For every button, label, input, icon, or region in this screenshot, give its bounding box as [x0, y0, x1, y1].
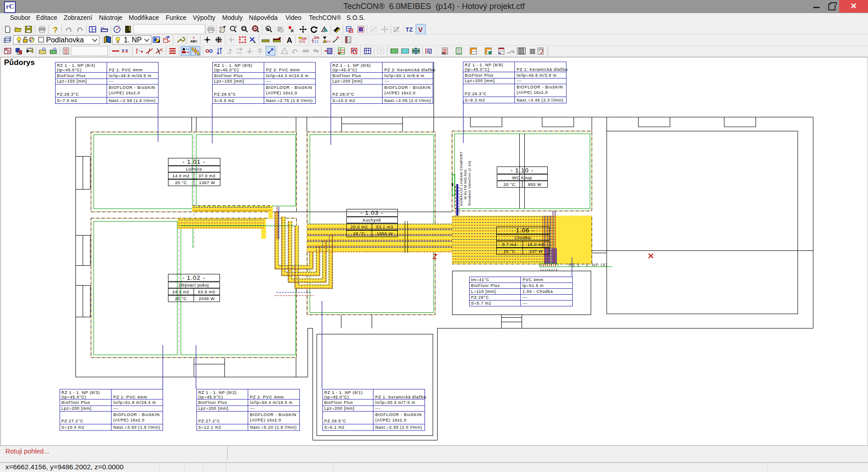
svg-text:- 1.01 -: - 1.01 -: [182, 158, 205, 165]
svg-text:---: ---: [517, 79, 522, 83]
svg-text:1956 W: 1956 W: [377, 231, 393, 236]
svg-text:Lpz=150 [mm]: Lpz=150 [mm]: [57, 79, 87, 83]
svg-text:RZ 1 - 1. NP (8): RZ 1 - 1. NP (8): [569, 262, 607, 267]
svg-text:L=110 [mm]: L=110 [mm]: [471, 289, 496, 294]
svg-text:20 °C: 20 °C: [175, 180, 187, 185]
svg-text:---: ---: [266, 79, 271, 83]
svg-text:(tp=45.0°C): (tp=45.0°C): [198, 395, 223, 399]
svg-text:WC Koup: WC Koup: [512, 175, 532, 180]
svg-text:(Al/PE) 16x2,0: (Al/PE) 16x2,0: [109, 91, 140, 95]
svg-text:PZ 2: PVC 4mm: PZ 2: PVC 4mm: [266, 68, 300, 72]
svg-text:- 1.06 -: - 1.06 -: [511, 227, 534, 234]
svg-text:---: ---: [113, 406, 118, 411]
svg-text:(Al/PE) 16x2,0: (Al/PE) 16x2,0: [375, 418, 406, 422]
svg-text:(tp=45.0°C): (tp=45.0°C): [214, 68, 239, 72]
svg-text:S=9.3 m2: S=9.3 m2: [465, 98, 485, 102]
svg-text:S=12.1 m2: S=12.1 m2: [198, 425, 221, 430]
svg-text:14.0 m2: 14.0 m2: [173, 173, 190, 178]
svg-text:lo/lp=50.1 m/9.9 m: lo/lp=50.1 m/9.9 m: [384, 74, 425, 78]
svg-text:PZ:28.3°C: PZ:28.3°C: [57, 92, 79, 97]
svg-text:PZ 1: PVC 4mm: PZ 1: PVC 4mm: [113, 395, 147, 399]
svg-text:RZ 1 - 1. NP (8/3): RZ 1 - 1. NP (8/3): [61, 390, 100, 395]
svg-text:2048 W: 2048 W: [199, 296, 215, 301]
svg-text:PZ:28.0°C: PZ:28.0°C: [332, 92, 355, 97]
svg-text:PVC 4mm: PVC 4mm: [523, 278, 544, 282]
svg-text:lo/lp=60.4 m/18.5 m: lo/lp=60.4 m/18.5 m: [250, 400, 293, 405]
svg-text:Lpz=200 [mm]: Lpz=200 [mm]: [465, 79, 495, 83]
svg-text:24.1 m2: 24.1 m2: [173, 289, 190, 294]
svg-text:Kuchyně: Kuchyně: [363, 217, 381, 222]
svg-text:(Al/PE) 16x2,0: (Al/PE) 16x2,0: [113, 418, 145, 422]
svg-text:S=10.0 m2: S=10.0 m2: [332, 98, 355, 103]
svg-text:---: ---: [375, 406, 380, 411]
svg-text:20 °C: 20 °C: [504, 249, 515, 254]
svg-text:BIOFLOOR - BioSKIN: BIOFLOOR - BioSKIN: [250, 412, 297, 417]
svg-text:RZ 1 - 1. NP (8/8): RZ 1 - 1. NP (8/8): [465, 63, 503, 67]
svg-text:---: ---: [250, 406, 255, 411]
svg-text:(tp=45.0°C): (tp=45.0°C): [324, 395, 349, 399]
svg-text:(Al/PE) 16x2,0: (Al/PE) 16x2,0: [517, 90, 548, 95]
svg-text:PZ:28.5°C: PZ:28.5°C: [324, 419, 346, 423]
svg-text:(Al/PE) 16x2,0: (Al/PE) 16x2,0: [266, 91, 297, 95]
svg-text:- 1.02 -: - 1.02 -: [182, 274, 205, 281]
svg-text:BioFloor Plus: BioFloor Plus: [332, 74, 361, 78]
svg-text:Nast.=2.75 (1.8 l/min): Nast.=2.75 (1.8 l/min): [266, 98, 313, 103]
svg-text:lp=51.5 m: lp=51.5 m: [523, 283, 544, 288]
svg-text:---: ---: [523, 295, 527, 300]
svg-text:RZ 1 - 1. NP (8/2): RZ 1 - 1. NP (8/2): [198, 390, 237, 395]
svg-text:20.0 m2: 20.0 m2: [350, 224, 368, 229]
svg-text:955 W: 955 W: [528, 182, 541, 187]
svg-text:S=10.4 m2: S=10.4 m2: [61, 425, 84, 430]
svg-text:1 2 3 4 5 6 7 8: 1 2 3 4 5 6 7 8: [540, 268, 558, 271]
svg-text:S=7.0 m2: S=7.0 m2: [57, 98, 77, 103]
svg-text:BIOFLOOR - BioSKIN: BIOFLOOR - BioSKIN: [375, 412, 422, 417]
svg-text:lo/lp=30.3 m/7.0 m: lo/lp=30.3 m/7.0 m: [375, 400, 415, 405]
svg-text:BioFloor Plus: BioFloor Plus: [324, 400, 353, 405]
svg-text:Nast.=2.55 (2.0 l/min): Nast.=2.55 (2.0 l/min): [375, 425, 422, 430]
svg-text:RZ 1 - 1. NP (8/1): RZ 1 - 1. NP (8/1): [324, 390, 363, 395]
svg-text:Lpz=200 [mm]: Lpz=200 [mm]: [61, 406, 92, 411]
svg-text:PZ:27.2°C: PZ:27.2°C: [61, 419, 84, 423]
svg-text:PZ:28.6°C: PZ:28.6°C: [214, 92, 236, 97]
svg-text:BIOFLOOR - BioSKIN: BIOFLOOR - BioSKIN: [517, 85, 563, 89]
svg-text:63.9 m3: 63.9 m3: [198, 289, 215, 294]
svg-text:Lpz=150 [mm]: Lpz=150 [mm]: [214, 79, 244, 83]
svg-text:---: ---: [384, 79, 389, 83]
svg-text:KORALUX LINEAR COMFORT: KORALUX LINEAR COMFORT: [459, 151, 463, 206]
svg-text:S=6.1 m2: S=6.1 m2: [324, 425, 345, 430]
svg-text:BioFloor Plus: BioFloor Plus: [61, 400, 90, 405]
svg-text:---: ---: [109, 79, 114, 83]
svg-text:BioFloor Plus: BioFloor Plus: [471, 283, 500, 288]
svg-text:BioFloor Plus: BioFloor Plus: [198, 400, 227, 405]
svg-text:53.1 m3: 53.1 m3: [376, 224, 393, 229]
svg-text:Nast.=2.58 (1.6 l/min): Nast.=2.58 (1.6 l/min): [109, 98, 156, 103]
svg-text:PZ 2: PVC 4mm: PZ 2: PVC 4mm: [250, 395, 284, 399]
svg-text:Nast.=3.05 (2.0 l/min): Nast.=3.05 (2.0 l/min): [384, 98, 431, 103]
svg-text:Nast.=3.60 (1.8 l/min): Nast.=3.60 (1.8 l/min): [113, 425, 160, 430]
svg-text:lo/lp=51.8 m/29.4 m: lo/lp=51.8 m/29.4 m: [113, 400, 156, 405]
svg-text:- 1.10 -: - 1.10 -: [511, 167, 534, 174]
svg-text:Nast.=5.20 (1.8 l/min): Nast.=5.20 (1.8 l/min): [250, 425, 297, 430]
svg-text:20 °C: 20 °C: [175, 296, 187, 301]
svg-text:RZ 1 - 1. NP (8/5): RZ 1 - 1. NP (8/5): [214, 63, 252, 68]
svg-text:1367 W: 1367 W: [199, 180, 215, 185]
svg-text:Lpz=200 [mm]: Lpz=200 [mm]: [324, 406, 355, 411]
svg-text:PZ:27.2°C: PZ:27.2°C: [198, 419, 220, 423]
svg-text:Lpz=200 [mm]: Lpz=200 [mm]: [198, 406, 229, 411]
svg-text:Obývací pokoj: Obývací pokoj: [179, 282, 209, 287]
svg-text:5.7 m2: 5.7 m2: [502, 242, 517, 247]
svg-text:(tp=45.0°C): (tp=45.0°C): [332, 68, 357, 72]
svg-text:PZ 2: Keramická dlažba: PZ 2: Keramická dlažba: [384, 68, 435, 72]
svg-text:BIOFLOOR - BioSKIN: BIOFLOOR - BioSKIN: [109, 85, 155, 90]
svg-text:BIOFLOOR - BioSKIN: BIOFLOOR - BioSKIN: [266, 85, 313, 90]
svg-text:BioFloor Plus: BioFloor Plus: [57, 74, 86, 78]
svg-text:(tp=45.0°C): (tp=45.0°C): [57, 68, 82, 72]
svg-text:(tp=45.0°C): (tp=45.0°C): [465, 67, 490, 72]
svg-text:(Al/PE) 16x2,0: (Al/PE) 16x2,0: [384, 91, 415, 95]
svg-text:PZ:28.3°C: PZ:28.3°C: [465, 92, 487, 96]
svg-text:Nast.=3.45 (2.3 l/min): Nast.=3.45 (2.3 l/min): [517, 98, 564, 102]
svg-text:Sroubeni VarioCon (1.10): Sroubeni VarioCon (1.10): [467, 161, 471, 206]
svg-text:BioFloor Plus: BioFloor Plus: [214, 74, 243, 78]
svg-text:20 °C: 20 °C: [353, 231, 365, 236]
svg-text:S=5.7 m2: S=5.7 m2: [471, 301, 491, 305]
